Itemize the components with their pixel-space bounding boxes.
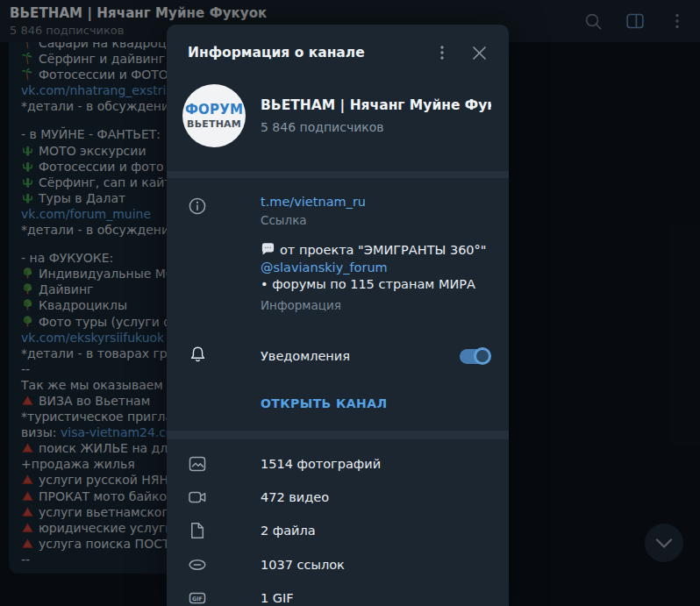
link-and-description: t.me/vietnam_ru Ссылка от проекта "ЭМИГР… <box>261 195 493 326</box>
message-link[interactable]: @slavianskiy_forum <box>261 260 388 274</box>
channel-description: от проекта "ЭМИГРАНТЫ 360°"@slavianskiy_… <box>261 241 493 294</box>
open-channel-row: ОТКРЫТЬ КАНАЛ <box>167 368 509 431</box>
channel-identity: ВЬЕТНАМ | Нячанг Муйне Фук... 5 846 подп… <box>261 97 491 134</box>
file-icon <box>188 521 207 540</box>
message-text: от проекта "ЭМИГРАНТЫ 360°" <box>280 243 487 257</box>
link-label: Ссылка <box>261 213 493 227</box>
channel-link[interactable]: t.me/vietnam_ru <box>261 195 493 209</box>
channel-subscribers: 5 846 подписчиков <box>261 120 491 134</box>
telegram-app-window: Сафари на квадроциклаСёрфинг и дайвингФо… <box>0 0 700 606</box>
message-text: • форумы по 115 странам МИРА <box>261 277 475 291</box>
stat-row[interactable]: 1514 фотографий <box>167 447 509 481</box>
photo-icon <box>188 454 207 474</box>
open-channel-button[interactable]: ОТКРЫТЬ КАНАЛ <box>261 396 387 410</box>
stat-row[interactable]: 472 видео <box>167 481 509 514</box>
dialog-header: Информация о канале <box>167 25 509 77</box>
message-line: от проекта "ЭМИГРАНТЫ 360°" <box>261 241 493 260</box>
section-divider <box>167 431 509 439</box>
avatar-text-line1: ФОРУМ <box>185 102 243 118</box>
video-icon <box>188 488 207 507</box>
info-icon <box>188 195 207 326</box>
notifications-label: Уведомления <box>261 349 350 363</box>
dialog-menu-kebab-icon[interactable] <box>432 42 453 63</box>
channel-profile-row: ФОРУМ ВЬЕТНАМ ВЬЕТНАМ | Нячанг Муйне Фук… <box>167 77 509 171</box>
stat-label: 1037 ссылок <box>261 558 345 572</box>
stat-row[interactable]: 1037 ссылок <box>167 548 509 581</box>
gif-icon: GIF <box>188 588 207 606</box>
avatar-text-line2: ВЬЕТНАМ <box>187 118 241 130</box>
link-icon <box>188 555 207 574</box>
channel-info-dialog: Информация о канале ФОРУМ ВЬЕТНАМ ВЬЕТНА… <box>167 25 509 606</box>
notifications-toggle[interactable] <box>460 349 489 364</box>
message-line: • форумы по 115 странам МИРА <box>261 276 493 294</box>
bell-icon <box>188 345 207 368</box>
section-divider <box>167 171 509 178</box>
speech-balloon-icon <box>261 241 275 256</box>
dialog-title: Информация о канале <box>188 45 432 61</box>
stat-row[interactable]: GIF1 GIF <box>167 581 509 606</box>
notifications-row[interactable]: Уведомления <box>167 326 509 368</box>
stat-label: 1514 фотографий <box>261 457 381 471</box>
stat-label: 1 GIF <box>261 591 294 605</box>
stat-label: 472 видео <box>261 490 329 504</box>
toggle-knob <box>474 347 491 365</box>
media-stats-list: 1514 фотографий472 видео2 файла1037 ссыл… <box>167 439 509 606</box>
link-row: t.me/vietnam_ru Ссылка от проекта "ЭМИГР… <box>167 178 509 326</box>
stat-label: 2 файла <box>261 524 316 538</box>
close-icon[interactable] <box>468 42 489 63</box>
stat-row[interactable]: 2 файла <box>167 514 509 547</box>
description-label: Информация <box>261 298 493 312</box>
channel-avatar[interactable]: ФОРУМ ВЬЕТНАМ <box>182 84 246 147</box>
channel-name: ВЬЕТНАМ | Нячанг Муйне Фук... <box>261 97 491 113</box>
svg-text:GIF: GIF <box>192 595 203 602</box>
message-line: @slavianskiy_forum <box>261 260 493 277</box>
